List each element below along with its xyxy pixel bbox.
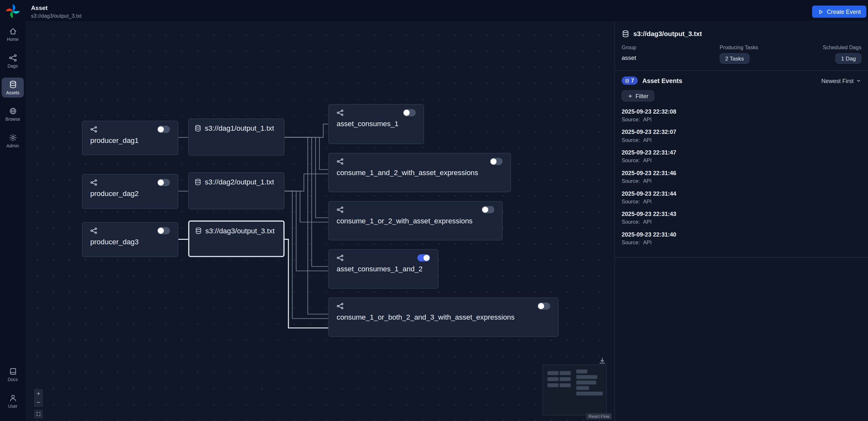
user-icon	[9, 394, 17, 402]
sidebar-item-home[interactable]: Home	[2, 25, 24, 45]
assets-database-icon	[9, 81, 17, 89]
toggle-knob	[158, 126, 164, 132]
asset-meta: Group asset Producing Tasks 2 Tasks Sche…	[622, 45, 862, 64]
sidebar-item-browse[interactable]: Browse	[2, 104, 24, 124]
sidebar-item-label: User	[8, 404, 18, 409]
filter-button[interactable]: Filter	[622, 90, 654, 102]
group-label: Group	[622, 45, 720, 51]
source-label: Source:	[622, 158, 640, 164]
source-label: Source:	[622, 116, 640, 122]
node-label: producer_dag2	[90, 190, 170, 198]
dag-icon	[90, 126, 97, 133]
source-label: Source:	[622, 239, 640, 245]
node-asset-dag3-output-selected[interactable]: s3://dag3/output_3.txt	[188, 221, 284, 257]
zoom-in-button[interactable]	[34, 389, 43, 398]
node-label: producer_dag1	[90, 136, 170, 144]
event-source: Source:API	[622, 116, 862, 122]
sidebar-item-user[interactable]: User	[2, 391, 24, 411]
source-value: API	[643, 239, 651, 245]
database-icon	[194, 178, 201, 186]
dag-icon	[337, 206, 344, 213]
dags-icon	[9, 54, 17, 62]
sidebar-item-dags[interactable]: Dags	[2, 51, 24, 71]
toggle-knob	[403, 110, 409, 116]
panel-header: s3://dag3/output_3.txt	[622, 29, 862, 38]
dag-pause-toggle[interactable]	[537, 303, 550, 310]
node-label: consume_1_or_both_2_and_3_with_asset_exp…	[337, 313, 550, 321]
asset-events-list: 2025-09-23 22:32:08 Source:API 2025-09-2…	[622, 107, 862, 250]
zoom-controls	[34, 389, 43, 419]
page-title: Asset	[31, 4, 81, 11]
sidebar-item-admin[interactable]: Admin	[2, 131, 24, 151]
dag-pause-toggle[interactable]	[157, 227, 170, 234]
producing-tasks-label: Producing Tasks	[720, 45, 823, 51]
node-label: consume_1_or_2_with_asset_expressions	[337, 217, 494, 225]
node-label: s3://dag3/output_3.txt	[206, 227, 275, 235]
event-timestamp: 2025-09-23 22:31:40	[622, 231, 862, 238]
chevron-down-icon	[856, 78, 861, 83]
producing-tasks-button[interactable]: 2 Tasks	[720, 53, 750, 64]
panel-divider	[615, 257, 868, 258]
dag-pause-toggle[interactable]	[417, 254, 430, 261]
zoom-out-button[interactable]	[34, 398, 43, 406]
node-asset-dag2-output[interactable]: s3://dag2/output_1.txt	[188, 172, 284, 209]
sort-order-dropdown[interactable]: Newest First	[822, 77, 862, 84]
asset-graph-canvas[interactable]: producer_dag1 s3://dag1/output_1.txt pro…	[25, 22, 614, 421]
node-label: asset_consumes_1	[337, 120, 416, 128]
asset-title: s3://dag3/output_3.txt	[633, 30, 702, 38]
node-asset-consumes-1-and-2[interactable]: asset_consumes_1_and_2	[328, 249, 438, 288]
dag-pause-toggle[interactable]	[403, 109, 416, 116]
asset-events-title: Asset Events	[642, 77, 822, 84]
dag-icon	[90, 179, 97, 186]
create-event-button[interactable]: Create Event	[812, 5, 866, 18]
sidebar-item-label: Dags	[8, 64, 18, 68]
scheduled-dags-button[interactable]: 1 Dag	[836, 53, 861, 64]
event-timestamp: 2025-09-23 22:32:08	[622, 108, 862, 115]
download-icon	[598, 357, 606, 364]
dag-pause-toggle[interactable]	[157, 126, 170, 133]
event-source: Source:API	[622, 158, 862, 164]
node-consume-1-or-both-2-and-3[interactable]: consume_1_or_both_2_and_3_with_asset_exp…	[328, 298, 558, 337]
node-asset-dag1-output[interactable]: s3://dag1/output_1.txt	[188, 118, 284, 156]
node-producer-dag1[interactable]: producer_dag1	[82, 121, 179, 155]
airflow-logo[interactable]	[4, 3, 21, 20]
minimap-node	[577, 392, 603, 396]
node-producer-dag3[interactable]: producer_dag3	[82, 222, 179, 257]
node-consume-1-or-2[interactable]: consume_1_or_2_with_asset_expressions	[328, 201, 502, 241]
dag-pause-toggle[interactable]	[490, 158, 503, 165]
source-label: Source:	[622, 137, 640, 143]
minimap[interactable]	[542, 364, 607, 415]
asset-event-row: 2025-09-23 22:32:07 Source:API	[622, 128, 862, 148]
dag-pause-toggle[interactable]	[482, 206, 494, 213]
sidebar: Home Dags Assets Browse Admin Docs Use	[0, 0, 25, 421]
plus-icon	[628, 93, 633, 98]
minimap-node	[548, 383, 558, 387]
node-producer-dag2[interactable]: producer_dag2	[82, 174, 179, 208]
dag-pause-toggle[interactable]	[157, 179, 170, 186]
sidebar-item-docs[interactable]: Docs	[2, 364, 24, 384]
meta-group: Group asset	[622, 45, 720, 64]
node-consume-1-and-2[interactable]: consume_1_and_2_with_asset_expressions	[328, 153, 511, 192]
asset-detail-panel: s3://dag3/output_3.txt Group asset Produ…	[614, 22, 868, 421]
toggle-knob	[424, 255, 430, 261]
meta-producing-tasks: Producing Tasks 2 Tasks	[720, 45, 823, 64]
reactflow-attribution[interactable]: React Flow	[586, 413, 612, 419]
minimap-node	[560, 383, 570, 387]
fit-view-button[interactable]	[34, 410, 43, 418]
dag-icon	[337, 109, 344, 116]
play-icon	[817, 9, 824, 15]
node-asset-consumes-1[interactable]: asset_consumes_1	[328, 104, 424, 144]
event-source: Source:API	[622, 178, 862, 184]
panel-divider	[615, 71, 868, 71]
sidebar-item-assets[interactable]: Assets	[2, 78, 24, 97]
source-value: API	[643, 137, 651, 143]
source-value: API	[643, 158, 651, 164]
create-event-label: Create Event	[827, 8, 861, 15]
browse-globe-icon	[9, 107, 17, 115]
event-timestamp: 2025-09-23 22:31:43	[622, 210, 862, 217]
event-timestamp: 2025-09-23 22:31:46	[622, 170, 862, 176]
node-label: consume_1_and_2_with_asset_expressions	[337, 168, 503, 177]
asset-event-row: 2025-09-23 22:31:40 Source:API	[622, 230, 862, 250]
event-source: Source:API	[622, 219, 862, 225]
minimap-node	[577, 375, 597, 379]
